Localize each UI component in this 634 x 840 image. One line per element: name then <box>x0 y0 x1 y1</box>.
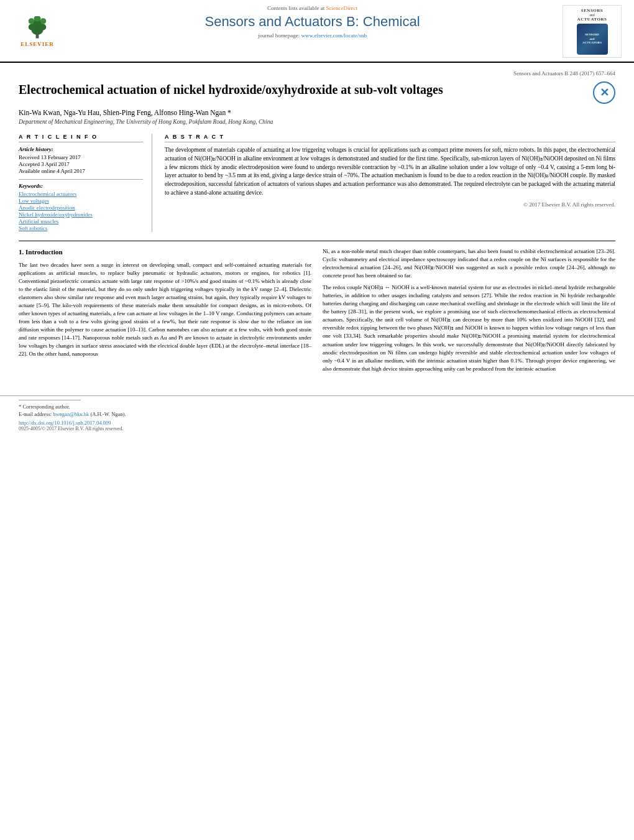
keyword-5[interactable]: Artificial muscles <box>19 218 143 224</box>
keywords-section: Keywords: Electrochemical actuators Low … <box>19 179 143 231</box>
body-col-left: 1. Introduction The last two decades hav… <box>19 247 311 377</box>
body-divider <box>19 241 615 241</box>
svg-point-6 <box>40 18 47 24</box>
doi-link[interactable]: http://dx.doi.org/10.1016/j.snb.2017.04.… <box>19 420 111 426</box>
accepted-date: Accepted 3 April 2017 <box>19 161 143 167</box>
sensors-actuators-logo: SENSORS and ACTUATORS SENSORSandACTUATOR… <box>563 5 622 58</box>
authors-text: Kin-Wa Kwan, Nga-Yu Hau, Shien-Ping Feng… <box>19 109 231 116</box>
homepage-link[interactable]: www.elsevier.com/locate/snb <box>301 32 367 39</box>
sensors-badge: SENSORSandACTUATORS <box>577 24 608 55</box>
elsevier-brand-text: ELSEVIER <box>21 41 54 47</box>
keyword-2[interactable]: Low voltages <box>19 198 143 204</box>
keyword-1[interactable]: Electrochemical actuators <box>19 191 143 197</box>
journal-homepage: journal homepage: www.elsevier.com/locat… <box>75 32 550 39</box>
section1-title: 1. Introduction <box>19 247 311 257</box>
body-two-col: 1. Introduction The last two decades hav… <box>19 247 615 377</box>
article-title: Electrochemical actuation of nickel hydr… <box>19 81 593 98</box>
crossmark-badge[interactable]: ✕ <box>593 81 615 104</box>
footer-section: * Corresponding author. E-mail address: … <box>0 395 634 432</box>
body-col-right: Ni, as a non-noble metal much cheaper th… <box>323 247 615 377</box>
abstract-col: A B S T R A C T The development of mater… <box>165 134 615 232</box>
received-date: Received 13 February 2017 <box>19 154 143 160</box>
section1-col2-para1: Ni, as a non-noble metal much cheaper th… <box>323 247 615 280</box>
abstract-text: The development of materials capable of … <box>165 146 615 198</box>
page: ELSEVIER Contents lists available at Sci… <box>0 0 634 840</box>
sciencedirect-link[interactable]: ScienceDirect <box>326 5 357 11</box>
article-title-section: Electrochemical actuation of nickel hydr… <box>19 81 615 104</box>
keywords-label: Keywords: <box>19 183 143 189</box>
article-content: Sensors and Actuators B 248 (2017) 657–6… <box>0 63 634 383</box>
article-info-header: A R T I C L E I N F O <box>19 134 143 142</box>
abstract-header: A B S T R A C T <box>165 134 615 142</box>
journal-ref: Sensors and Actuators B 248 (2017) 657–6… <box>19 70 615 76</box>
article-info-abstract-section: A R T I C L E I N F O Article history: R… <box>19 134 615 232</box>
journal-header: ELSEVIER Contents lists available at Sci… <box>0 0 634 63</box>
issn-line: 0925-4005/© 2017 Elsevier B.V. All right… <box>19 426 615 432</box>
svg-point-5 <box>29 18 35 24</box>
copyright-line: © 2017 Elsevier B.V. All rights reserved… <box>165 201 615 208</box>
affiliation-line: Department of Mechanical Engineering, Th… <box>19 119 615 125</box>
authors-line: Kin-Wa Kwan, Nga-Yu Hau, Shien-Ping Feng… <box>19 109 615 116</box>
journal-main-title: Sensors and Actuators B: Chemical <box>75 14 550 30</box>
email-link[interactable]: hwngan@hku.hk <box>53 411 89 417</box>
keyword-6[interactable]: Soft robotics <box>19 225 143 231</box>
article-info-col: A R T I C L E I N F O Article history: R… <box>19 134 152 232</box>
footer-divider <box>19 400 81 400</box>
section1-col1-para1: The last two decades have seen a surge i… <box>19 261 311 359</box>
doi-line: http://dx.doi.org/10.1016/j.snb.2017.04.… <box>19 420 615 426</box>
available-date: Available online 4 April 2017 <box>19 168 143 174</box>
journal-title-center: Contents lists available at ScienceDirec… <box>62 5 563 58</box>
keyword-4[interactable]: Nickel hydroxide/oxyhydroxides <box>19 211 143 218</box>
elsevier-logo: ELSEVIER <box>12 5 62 58</box>
section1-col2-para2: The redox couple Ni(OH)₂ ↔ NiOOH is a we… <box>323 284 615 373</box>
article-history-label: Article history: <box>19 146 143 152</box>
keyword-3[interactable]: Anodic electrodeposition <box>19 205 143 211</box>
email-note: E-mail address: hwngan@hku.hk (A.H.-W. N… <box>19 411 615 417</box>
corresponding-author-note: * Corresponding author. <box>19 404 615 410</box>
sciencedirect-line: Contents lists available at ScienceDirec… <box>75 5 550 11</box>
